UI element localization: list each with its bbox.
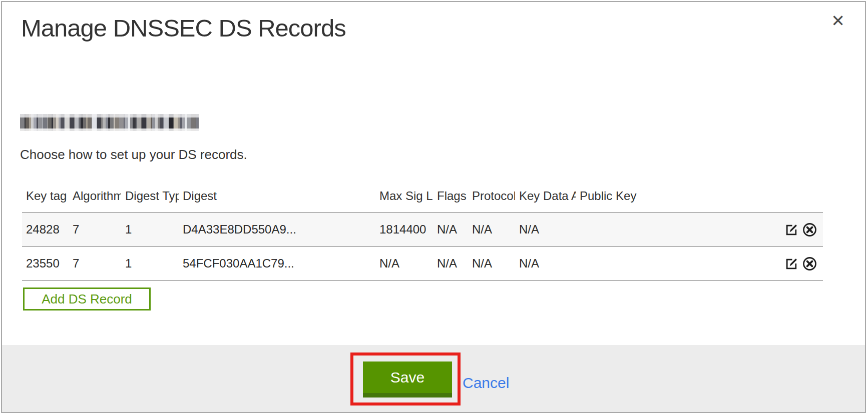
ds-records-table: Key tag Algorithm Digest Type Digest Max… — [22, 185, 823, 281]
cell-flags: N/A — [433, 246, 468, 280]
column-header-flags: Flags — [433, 185, 468, 212]
close-button[interactable]: ✕ — [828, 11, 848, 31]
cancel-link[interactable]: Cancel — [463, 374, 509, 392]
page-title: Manage DNSSEC DS Records — [21, 14, 346, 42]
cell-digest-type: 1 — [121, 246, 179, 280]
column-header-digest: Digest — [179, 185, 375, 212]
delete-record-button[interactable] — [802, 256, 817, 271]
delete-record-icon — [802, 265, 817, 272]
cell-actions — [781, 212, 823, 246]
instruction-text: Choose how to set up your DS records. — [20, 147, 247, 162]
cell-algorithm: 7 — [69, 212, 121, 246]
cell-protocol: N/A — [468, 212, 515, 246]
cell-flags: N/A — [433, 212, 468, 246]
column-header-max-sig-life: Max Sig Life — [375, 185, 433, 212]
cell-actions — [781, 246, 823, 280]
close-icon: ✕ — [831, 12, 845, 30]
add-ds-record-button[interactable]: Add DS Record — [23, 288, 151, 310]
delete-record-button[interactable] — [802, 222, 817, 237]
edit-record-button[interactable] — [785, 223, 798, 236]
cell-key-data-alg: N/A — [515, 246, 576, 280]
cell-max-sig-life: N/A — [375, 246, 433, 280]
column-header-key-tag: Key tag — [22, 185, 69, 212]
table-row: 24828 7 1 D4A33E8DD550A9... 1814400 N/A … — [22, 212, 823, 246]
column-header-protocol: Protocol — [468, 185, 515, 212]
column-header-key-data-alg: Key Data Alg — [515, 185, 576, 212]
manage-dnssec-modal: Manage DNSSEC DS Records ✕ Choose how to… — [1, 1, 866, 413]
column-header-algorithm: Algorithm — [69, 185, 121, 212]
cell-max-sig-life: 1814400 — [375, 212, 433, 246]
table-row: 23550 7 1 54FCF030AA1C79... N/A N/A N/A … — [22, 246, 823, 280]
cell-protocol: N/A — [468, 246, 515, 280]
domain-name-redacted — [20, 114, 199, 131]
modal-footer: Save Cancel — [2, 345, 865, 412]
cell-algorithm: 7 — [69, 246, 121, 280]
cell-digest-type: 1 — [121, 212, 179, 246]
cell-key-data-alg: N/A — [515, 212, 576, 246]
cell-key-tag: 23550 — [22, 246, 69, 280]
save-button[interactable]: Save — [363, 362, 452, 398]
cell-digest: 54FCF030AA1C79... — [179, 246, 375, 280]
edit-record-button[interactable] — [785, 257, 798, 270]
column-header-digest-type: Digest Type — [121, 185, 179, 212]
edit-record-icon — [785, 230, 798, 238]
delete-record-icon — [802, 231, 817, 238]
edit-record-icon — [785, 264, 798, 272]
cell-key-tag: 24828 — [22, 212, 69, 246]
cell-public-key — [576, 212, 781, 246]
cell-public-key — [576, 246, 781, 280]
table-header-row: Key tag Algorithm Digest Type Digest Max… — [22, 185, 823, 212]
column-header-actions — [781, 185, 823, 212]
column-header-public-key: Public Key — [576, 185, 781, 212]
cell-digest: D4A33E8DD550A9... — [179, 212, 375, 246]
